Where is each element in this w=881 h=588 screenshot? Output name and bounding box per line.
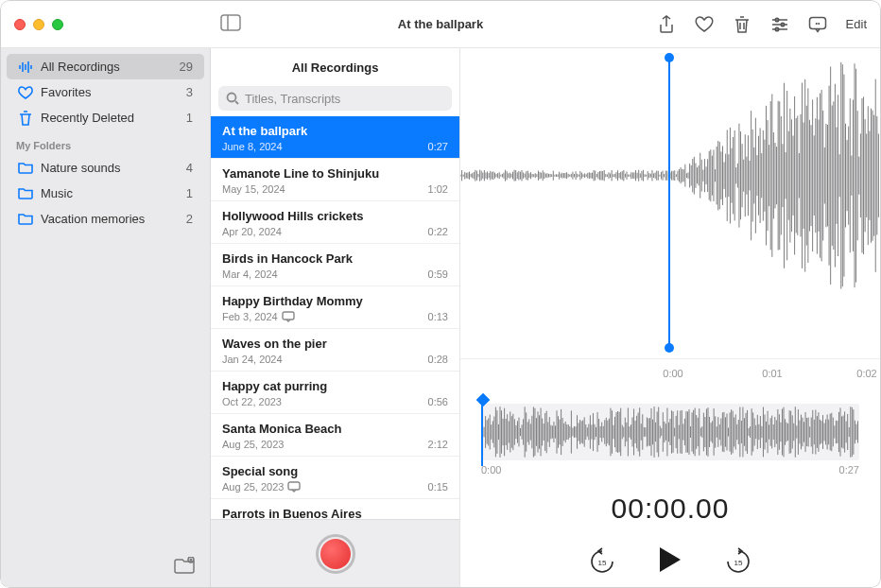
recording-date: Oct 22, 2023 [222,396,282,407]
recording-date: Aug 25, 2023 [222,481,284,493]
svg-text:15: 15 [598,559,607,567]
recording-duration: 0:22 [428,226,448,237]
play-button[interactable] [658,545,682,578]
recording-title: At the ballpark [222,124,448,138]
folder-icon [16,213,35,225]
edit-button[interactable]: Edit [846,17,867,31]
recording-date: Feb 3, 2024 [222,311,278,322]
folder-icon [16,162,35,174]
sidebar-item-count: 4 [186,161,193,175]
recording-item[interactable]: Waves on the pier Jan 24, 2024 0:28 [211,329,459,372]
sidebar-folder-vacation-memories[interactable]: Vacation memories 2 [7,206,204,232]
recording-item[interactable]: Special song Aug 25, 2023 0:15 [211,457,459,499]
sidebar-item-label: Recently Deleted [41,111,134,125]
svg-point-18 [228,94,236,102]
waveform-overview[interactable] [481,404,859,460]
recording-date: June 8, 2024 [222,141,283,152]
sidebar-item-count: 2 [186,212,193,226]
sidebar: All Recordings 29 Favorites 3 Recently D… [1,48,211,587]
detail-pane: 0:00 0:01 0:02 0:00 0:27 00:00.00 15 [460,48,880,587]
recording-title: Happy cat purring [222,379,448,393]
delete-button[interactable] [733,15,751,34]
toggle-sidebar-button[interactable] [211,14,241,35]
recording-duration: 0:15 [428,481,448,493]
window-controls [1,19,211,30]
recording-date: Mar 4, 2024 [222,268,278,280]
favorite-button[interactable] [695,15,714,34]
svg-text:••: •• [815,20,820,26]
svg-rect-21 [288,482,300,490]
recording-item[interactable]: Hollywood Hills crickets Apr 20, 2024 0:… [211,201,459,244]
playhead[interactable] [481,398,483,466]
sidebar-item-favorites[interactable]: Favorites 3 [7,79,204,105]
recording-date: Apr 20, 2024 [222,226,282,237]
folder-icon [16,187,35,199]
recording-duration: 2:12 [428,439,448,450]
recording-title[interactable]: At the ballpark [398,17,483,31]
recording-item[interactable]: Birds in Hancock Park Mar 4, 2024 0:59 [211,244,459,286]
share-button[interactable] [657,15,676,34]
transcript-button[interactable]: •• [808,15,827,34]
recording-date: Jan 24, 2024 [222,354,283,365]
time-ruler: 0:00 0:01 0:02 [460,358,880,390]
recording-item[interactable]: At the ballpark June 8, 2024 0:27 [211,116,459,159]
recording-title: Santa Monica Beach [222,422,448,436]
heart-icon [16,86,35,99]
sidebar-item-count: 3 [186,85,193,99]
transcript-badge-icon [282,311,295,322]
trash-icon [16,111,35,126]
sidebar-folder-nature-sounds[interactable]: Nature sounds 4 [7,155,204,181]
recording-duration: 0:13 [428,311,448,322]
svg-rect-0 [221,15,240,30]
sidebar-item-label: Favorites [41,85,91,99]
titlebar: At the ballpark •• Edit [1,1,880,48]
recording-item[interactable]: Happy Birthday Mommy Feb 3, 2024 0:13 [211,286,459,329]
new-folder-button[interactable] [174,557,195,578]
recording-date: Aug 25, 2023 [222,439,284,450]
svg-text:15: 15 [734,559,743,567]
recording-title: Special song [222,464,448,478]
sidebar-folder-music[interactable]: Music 1 [7,181,204,206]
sidebar-item-count: 29 [180,60,193,74]
recordings-pane: All Recordings Titles, Transcripts At th… [211,48,460,587]
recording-duration: 0:28 [428,354,448,365]
recording-item[interactable]: Parrots in Buenos Aires [211,499,459,519]
options-button[interactable] [770,15,789,34]
skip-back-button[interactable]: 15 [588,547,616,576]
app-window: At the ballpark •• Edit All Recordings 2… [0,0,881,588]
recording-duration: 0:59 [428,268,448,280]
recording-duration: 0:27 [428,141,448,152]
record-button[interactable] [316,534,355,574]
search-icon [226,92,239,105]
overview-time-start: 0:00 [481,464,501,476]
minimize-window-button[interactable] [33,19,44,30]
sidebar-item-label: Music [41,186,73,200]
sidebar-item-recently-deleted[interactable]: Recently Deleted 1 [7,105,204,130]
recording-title: Parrots in Buenos Aires [222,507,448,519]
fullscreen-window-button[interactable] [52,19,63,30]
close-window-button[interactable] [14,19,26,30]
current-time: 00:00.00 [460,493,880,525]
recording-item[interactable]: Yamanote Line to Shinjuku May 15, 2024 1… [211,159,459,201]
sidebar-item-count: 1 [186,186,193,200]
record-icon [320,539,351,569]
recording-item[interactable]: Santa Monica Beach Aug 25, 2023 2:12 [211,414,459,457]
overview-time-end: 0:27 [839,464,859,476]
recording-title: Waves on the pier [222,337,448,351]
search-field[interactable]: Titles, Transcripts [218,86,452,111]
skip-forward-button[interactable]: 15 [724,547,752,576]
recording-date: May 15, 2024 [222,183,285,195]
recording-title: Birds in Hancock Park [222,251,448,266]
sidebar-item-all-recordings[interactable]: All Recordings 29 [7,54,204,79]
trim-handle-start[interactable] [668,58,670,348]
search-placeholder: Titles, Transcripts [245,92,340,106]
my-folders-header: My Folders [1,130,210,155]
waveform-editor[interactable]: 0:00 0:01 0:02 [460,48,880,390]
sidebar-item-count: 1 [186,111,193,125]
waveform-icon [16,61,35,74]
toolbar-actions: •• Edit [657,15,880,34]
recording-item[interactable]: Happy cat purring Oct 22, 2023 0:56 [211,372,459,414]
recording-duration: 0:56 [428,396,448,407]
transcript-badge-icon [287,481,301,493]
playback-controls: 15 15 [460,545,880,578]
